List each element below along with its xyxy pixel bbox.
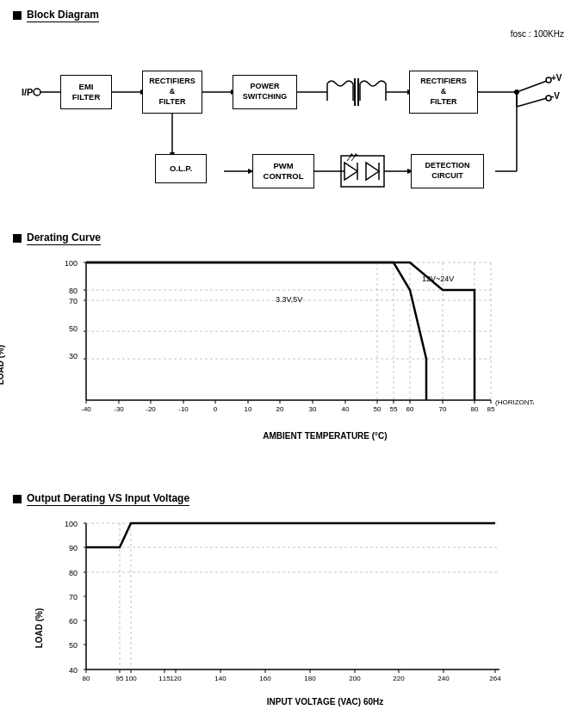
- svg-text:95: 95: [116, 675, 124, 682]
- output-derating-chart: 100 90 80 70 60 50 40 80 95 100 115: [52, 515, 534, 695]
- svg-text:50: 50: [69, 324, 78, 333]
- output-derating-section: Output Derating VS Input Voltage LOAD (%…: [13, 492, 564, 728]
- section-square2: [13, 234, 22, 243]
- svg-text:90: 90: [69, 544, 78, 552]
- svg-text:20: 20: [276, 405, 284, 413]
- pwm-control-box: PWMCONTROL: [252, 154, 314, 188]
- svg-text:200: 200: [349, 675, 361, 682]
- svg-text:115: 115: [158, 675, 171, 682]
- svg-text:70: 70: [69, 593, 78, 602]
- svg-marker-27: [344, 163, 357, 180]
- svg-text:80: 80: [69, 569, 78, 577]
- svg-text:-30: -30: [114, 405, 124, 413]
- svg-text:50: 50: [69, 641, 78, 650]
- block-diagram-section: Block Diagram fosc : 100KHz: [13, 9, 564, 214]
- output-derating-title: Output Derating VS Input Voltage: [27, 492, 189, 506]
- svg-text:12V~24V: 12V~24V: [422, 275, 454, 283]
- svg-text:180: 180: [304, 675, 316, 682]
- svg-text:(HORIZONTAL): (HORIZONTAL): [495, 398, 534, 406]
- fosc-label: fosc : 100KHz: [13, 29, 564, 39]
- derating-curve-section: Derating Curve LOAD (%) 100 80 70 50 30: [13, 231, 564, 475]
- svg-text:60: 60: [406, 405, 414, 413]
- rectifier2-box: RECTIFIERS&FILTER: [409, 71, 478, 114]
- svg-text:80: 80: [471, 405, 479, 413]
- svg-text:85: 85: [487, 405, 495, 413]
- svg-text:100: 100: [65, 520, 78, 528]
- svg-text:-40: -40: [81, 405, 91, 413]
- svg-text:100: 100: [125, 675, 137, 682]
- derating-title: Derating Curve: [27, 231, 101, 245]
- block-diagram: I/P EMIFILTER RECTIFIERS&FILTER POWERSWI…: [13, 42, 564, 214]
- svg-text:80: 80: [69, 287, 78, 295]
- emi-filter-box: EMIFILTER: [60, 75, 112, 109]
- svg-text:50: 50: [374, 405, 382, 413]
- derating-y-label: LOAD (%): [0, 344, 5, 385]
- svg-text:40: 40: [69, 666, 78, 675]
- svg-text:70: 70: [69, 297, 78, 305]
- svg-text:3.3V,5V: 3.3V,5V: [276, 295, 302, 304]
- power-switching-box: POWERSWITCHING: [233, 75, 297, 109]
- svg-text:40: 40: [342, 405, 350, 413]
- svg-text:0: 0: [214, 405, 218, 413]
- output-derating-header: Output Derating VS Input Voltage: [13, 492, 564, 506]
- svg-text:120: 120: [170, 675, 182, 682]
- rectifier1-box: RECTIFIERS&FILTER: [142, 71, 202, 114]
- svg-text:80: 80: [83, 675, 90, 682]
- plus-v-label: +V: [551, 73, 562, 83]
- minus-v-label: -V: [551, 91, 560, 101]
- svg-text:-10: -10: [178, 405, 189, 413]
- svg-text:160: 160: [259, 675, 271, 682]
- block-diagram-header: Block Diagram: [13, 9, 564, 22]
- svg-text:60: 60: [69, 617, 78, 626]
- svg-text:30: 30: [69, 352, 78, 361]
- svg-text:264: 264: [489, 675, 501, 682]
- svg-text:240: 240: [437, 675, 450, 682]
- svg-marker-30: [350, 153, 354, 157]
- svg-point-16: [514, 89, 519, 95]
- derating-header: Derating Curve: [13, 231, 564, 245]
- output-x-label: INPUT VOLTAGE (VAC) 60Hz: [86, 697, 564, 706]
- svg-marker-33: [366, 163, 379, 180]
- svg-text:55: 55: [390, 405, 398, 413]
- svg-line-17: [517, 81, 547, 92]
- svg-text:100: 100: [65, 259, 78, 268]
- svg-text:I/P: I/P: [22, 87, 33, 97]
- svg-line-29: [347, 154, 352, 161]
- svg-text:30: 30: [309, 405, 317, 413]
- block-diagram-title: Block Diagram: [27, 9, 99, 22]
- svg-text:10: 10: [245, 405, 252, 413]
- svg-text:70: 70: [439, 405, 447, 413]
- detection-circuit-box: DETECTIONCIRCUIT: [411, 154, 484, 188]
- derating-x-label: AMBIENT TEMPERATURE (°C): [86, 431, 564, 441]
- svg-line-31: [351, 154, 357, 161]
- output-y-label: LOAD (%): [34, 608, 44, 648]
- olp-box: O.L.P.: [155, 154, 207, 183]
- section-square3: [13, 495, 22, 503]
- section-square: [13, 11, 22, 20]
- svg-line-20: [517, 98, 547, 107]
- svg-rect-35: [341, 156, 384, 187]
- derating-chart: 100 80 70 50 30 -40 -30 -20 -10 0 10: [52, 254, 534, 426]
- svg-point-0: [34, 89, 40, 96]
- svg-text:-20: -20: [146, 405, 156, 413]
- svg-marker-32: [354, 153, 358, 157]
- svg-text:140: 140: [214, 675, 226, 682]
- svg-text:220: 220: [393, 675, 405, 682]
